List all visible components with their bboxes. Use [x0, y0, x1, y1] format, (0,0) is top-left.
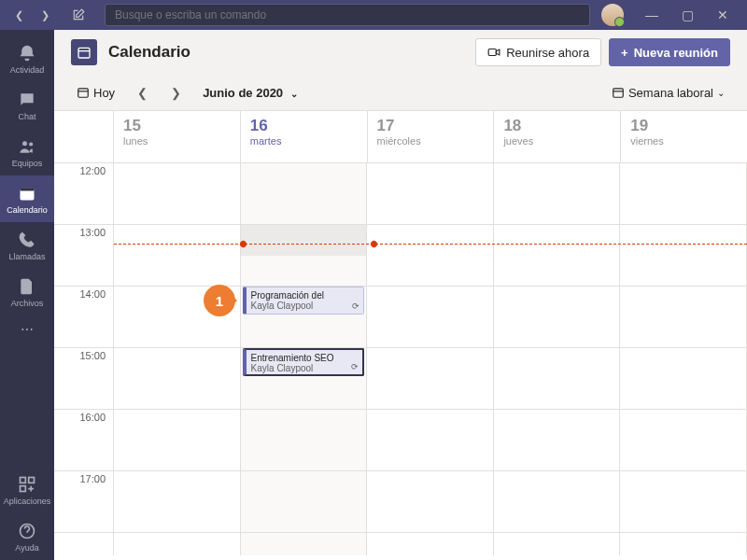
rail-label: Ayuda [15, 543, 38, 553]
prev-button[interactable]: ❮ [130, 86, 154, 100]
today-button[interactable]: Hoy [71, 82, 120, 104]
plus-icon: + [621, 46, 628, 60]
svg-rect-11 [78, 89, 89, 97]
chevron-down-icon: ⌄ [717, 88, 725, 98]
day-header[interactable]: 16martes [241, 111, 368, 162]
svg-rect-5 [29, 477, 35, 483]
svg-point-0 [22, 141, 27, 146]
svg-rect-6 [21, 485, 26, 491]
compose-icon[interactable] [67, 4, 90, 26]
new-meeting-button[interactable]: + Nueva reunión [609, 38, 730, 66]
rail-activity[interactable]: Actividad [0, 35, 54, 82]
app-rail: Actividad Chat Equipos Calendario Llamad… [0, 30, 54, 560]
nav-forward[interactable]: ❯ [34, 4, 56, 26]
next-button[interactable]: ❯ [163, 86, 188, 100]
minimize-button[interactable]: — [635, 4, 669, 26]
button-label: Reunirse ahora [506, 46, 589, 60]
event-organizer: Kayla Claypool [251, 301, 359, 311]
rail-apps[interactable]: Aplicaciones [0, 467, 54, 513]
button-label: Nueva reunión [634, 46, 718, 60]
current-time-block [241, 225, 367, 256]
rail-chat[interactable]: Chat [0, 82, 54, 129]
day-column[interactable]: Programación del Kayla Claypool ⟳ Entren… [241, 163, 368, 555]
svg-point-1 [29, 142, 33, 146]
current-time-line [114, 244, 747, 245]
svg-rect-8 [78, 48, 90, 58]
calendar-toolbar: Hoy ❮ ❯ Junio de 2020 ⌄ Semana laboral ⌄ [54, 75, 747, 110]
search-input[interactable] [115, 8, 580, 21]
time-gutter: 12:00 13:00 14:00 15:00 16:00 17:00 [54, 163, 114, 555]
rail-label: Llamadas [8, 252, 45, 261]
day-header[interactable]: 19viernes [621, 111, 747, 162]
button-label: Hoy [93, 86, 115, 100]
rail-label: Chat [18, 112, 35, 121]
day-header[interactable]: 18jueves [494, 111, 621, 162]
rail-label: Actividad [10, 65, 45, 75]
page-title: Calendario [108, 43, 190, 62]
day-header[interactable]: 15lunes [114, 111, 241, 162]
rail-teams[interactable]: Equipos [0, 129, 54, 175]
svg-rect-13 [613, 89, 624, 97]
day-column[interactable] [620, 163, 747, 555]
month-selector[interactable]: Junio de 2020 ⌄ [203, 86, 298, 100]
recurring-icon: ⟳ [352, 301, 359, 311]
nav-back[interactable]: ❮ [7, 4, 30, 26]
day-column[interactable] [367, 163, 494, 555]
rail-label: Equipos [12, 159, 43, 168]
search-input-wrapper[interactable] [105, 4, 590, 26]
close-button[interactable]: ✕ [706, 4, 740, 26]
rail-calendar[interactable]: Calendario [0, 175, 54, 222]
view-label: Semana laboral [628, 86, 713, 100]
rail-label: Archivos [11, 299, 44, 308]
window-controls: — ▢ ✕ [635, 4, 740, 26]
svg-rect-3 [21, 188, 35, 190]
user-avatar[interactable] [601, 4, 624, 26]
day-column[interactable] [494, 163, 621, 555]
svg-rect-10 [488, 49, 496, 56]
month-label: Junio de 2020 [203, 86, 283, 100]
chevron-down-icon: ⌄ [290, 89, 298, 99]
calendar-event[interactable]: Programación del Kayla Claypool ⟳ [243, 287, 365, 315]
calendar-icon [71, 39, 97, 65]
day-column[interactable] [114, 163, 241, 555]
recurring-icon: ⟳ [351, 362, 359, 371]
tutorial-callout: 1 [204, 285, 235, 316]
event-title: Programación del [251, 290, 359, 301]
rail-help[interactable]: Ayuda [0, 513, 54, 560]
event-title: Entrenamiento SEO [251, 353, 359, 363]
day-header[interactable]: 17miércoles [368, 111, 495, 162]
maximize-button[interactable]: ▢ [670, 4, 704, 26]
event-organizer: Kayla Claypool [251, 363, 359, 373]
calendar-grid: 15lunes 16martes 17miércoles 18jueves 19… [54, 110, 747, 560]
rail-label: Calendario [7, 205, 48, 215]
page-header: Calendario Reunirse ahora + Nueva reunió… [54, 30, 747, 75]
rail-label: Aplicaciones [4, 497, 51, 506]
calendar-event[interactable]: Entrenamiento SEO Kayla Claypool ⟳ [243, 348, 365, 376]
rail-files[interactable]: Archivos [0, 269, 54, 315]
meet-now-button[interactable]: Reunirse ahora [475, 38, 601, 66]
view-selector[interactable]: Semana laboral ⌄ [606, 82, 730, 104]
rail-more[interactable]: ⋯ [0, 315, 54, 343]
rail-calls[interactable]: Llamadas [0, 222, 54, 269]
svg-rect-4 [21, 477, 26, 483]
